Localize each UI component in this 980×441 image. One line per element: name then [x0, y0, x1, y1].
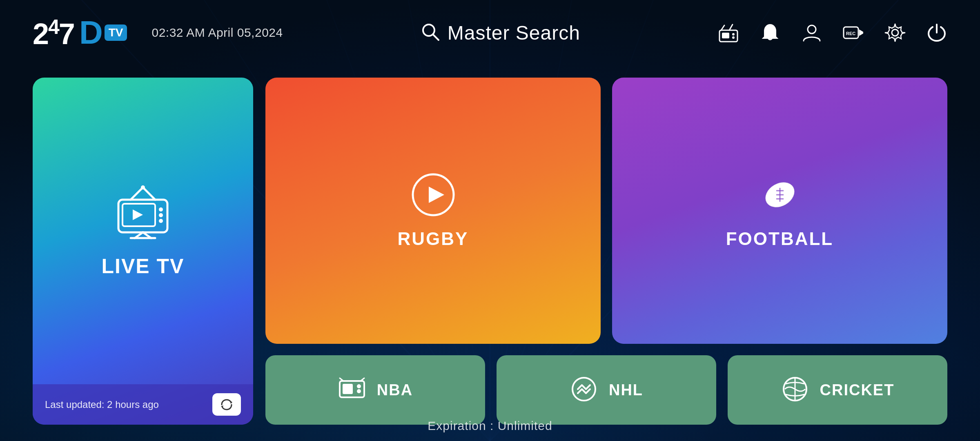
football-icon	[757, 172, 802, 219]
football-label: FOOTBALL	[726, 229, 834, 249]
svg-point-51	[572, 378, 595, 401]
radio-icon[interactable]	[718, 22, 739, 43]
logo-247: 247	[33, 17, 74, 49]
rugby-card[interactable]: RUGBY	[265, 78, 601, 344]
bell-icon[interactable]	[760, 22, 781, 43]
svg-marker-28	[133, 209, 143, 220]
search-icon	[421, 22, 440, 43]
right-grid: RUGBY FOOTBALL	[265, 78, 947, 425]
svg-line-23	[131, 187, 143, 200]
svg-point-25	[141, 185, 145, 189]
top-row: RUGBY FOOTBALL	[265, 78, 947, 344]
nhl-icon	[570, 375, 598, 405]
svg-marker-38	[429, 187, 444, 203]
cricket-card[interactable]: CRICKET	[728, 355, 947, 425]
settings-icon[interactable]	[884, 22, 906, 43]
header-icons: REC	[718, 22, 947, 43]
cricket-label: CRICKET	[820, 381, 895, 399]
svg-line-24	[143, 187, 155, 200]
nhl-card[interactable]: NHL	[497, 355, 716, 425]
search-area[interactable]: Master Search	[299, 22, 702, 44]
live-tv-icon	[110, 183, 176, 242]
nba-icon	[338, 375, 366, 405]
football-card[interactable]: FOOTBALL	[612, 78, 947, 344]
rugby-label: RUGBY	[398, 229, 469, 249]
nba-label: NBA	[377, 381, 413, 399]
svg-rect-13	[722, 33, 729, 38]
svg-point-14	[732, 33, 735, 36]
record-icon[interactable]: REC	[843, 22, 864, 43]
svg-point-31	[159, 219, 163, 223]
refresh-button[interactable]	[212, 393, 241, 416]
live-tv-card[interactable]: LIVE TV Last updated: 2 hours ago	[33, 78, 253, 425]
cricket-icon	[781, 375, 809, 405]
search-bar[interactable]: Master Search	[421, 22, 580, 44]
svg-point-18	[808, 25, 816, 33]
svg-marker-20	[859, 29, 863, 36]
header: 247 D TV 02:32 AM April 05,2024 Master S…	[0, 0, 980, 65]
expiration-bar: Expiration : Unlimited	[0, 419, 980, 433]
svg-point-15	[732, 36, 735, 39]
svg-point-22	[892, 29, 898, 36]
rugby-play-icon	[411, 172, 456, 219]
svg-point-47	[357, 384, 361, 388]
nba-card[interactable]: NBA	[265, 355, 485, 425]
svg-line-16	[721, 25, 724, 30]
svg-point-29	[159, 207, 163, 212]
power-icon[interactable]	[926, 22, 947, 43]
expiration-text: Expiration : Unlimited	[428, 419, 552, 432]
svg-line-11	[433, 34, 439, 40]
datetime-display: 02:32 AM April 05,2024	[151, 26, 283, 40]
svg-text:REC: REC	[846, 31, 855, 36]
logo-area: 247 D TV	[33, 16, 127, 49]
svg-rect-46	[343, 384, 353, 394]
search-label: Master Search	[448, 22, 580, 44]
logo-dtv: D TV	[79, 16, 127, 49]
bottom-row: NBA NHL	[265, 355, 947, 425]
live-tv-label: LIVE TV	[102, 254, 185, 278]
svg-point-30	[159, 213, 163, 217]
last-updated-text: Last updated: 2 hours ago	[45, 399, 159, 410]
svg-line-17	[729, 24, 733, 30]
main-content: LIVE TV Last updated: 2 hours ago	[0, 65, 980, 441]
logo-d-letter: D	[79, 16, 103, 49]
user-icon[interactable]	[801, 22, 822, 43]
svg-point-48	[357, 389, 361, 393]
logo-tv-box: TV	[105, 24, 127, 41]
nhl-label: NHL	[609, 381, 643, 399]
